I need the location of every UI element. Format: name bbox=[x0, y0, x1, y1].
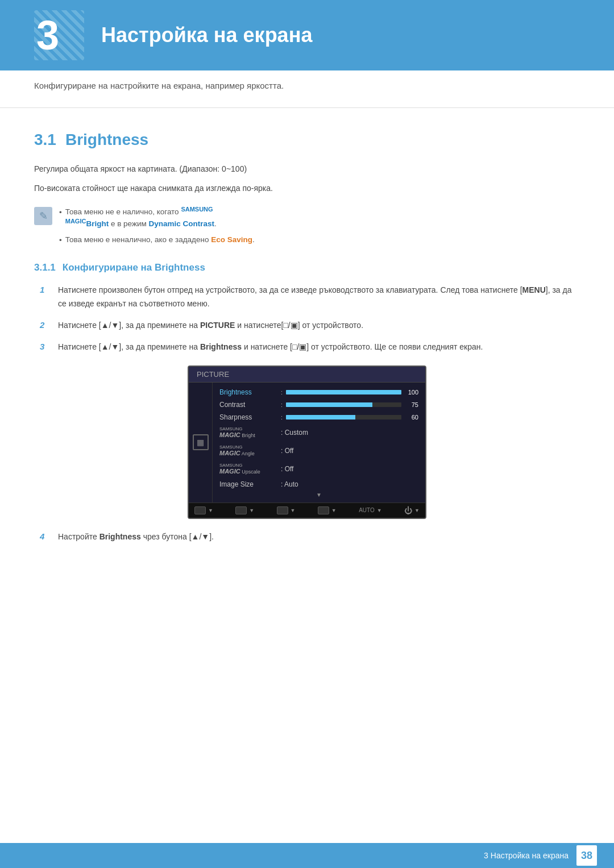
auto-label: AUTO bbox=[359, 507, 375, 513]
footer-btn-group-3: ▼ bbox=[277, 506, 296, 514]
step-3-text: Натиснете [▲/▼], за да преминете на Brig… bbox=[58, 340, 483, 354]
step-number-1: 1 bbox=[40, 285, 50, 294]
subsection-heading: 3.1.1 Конфигуриране на Brightness bbox=[34, 262, 580, 273]
sharpness-label: Sharpness bbox=[219, 413, 276, 421]
section-title: Brightness bbox=[65, 131, 148, 149]
step-2-text: Натиснете [▲/▼], за да преминете на PICT… bbox=[58, 319, 363, 333]
monitor-menu: Brightness : 100 Contrast : bbox=[213, 383, 425, 502]
image-size-label: Image Size bbox=[219, 480, 276, 488]
page-number-box: 38 bbox=[576, 845, 597, 866]
menu-item-magic-angle: SAMSUNGMAGIC Angle : Off bbox=[213, 442, 425, 460]
brightness-bar-value: 100 bbox=[405, 389, 418, 396]
magic-angle-label: SAMSUNGMAGIC Angle bbox=[219, 444, 276, 458]
note-item-1: Това меню не е налично, когато SAMSUNGMA… bbox=[59, 206, 255, 230]
chapter-number: 3 bbox=[36, 15, 82, 56]
eco-label: Eco Saving bbox=[211, 235, 252, 244]
steps-list: 1 Натиснете произволен бутон отпред на у… bbox=[40, 284, 580, 354]
body-text-2: По-високата стойност ще накара снимката … bbox=[34, 182, 580, 196]
menu-item-image-size: Image Size : Auto bbox=[213, 478, 425, 491]
note-icon bbox=[34, 207, 52, 225]
sharpness-bar-fill bbox=[286, 415, 355, 420]
footer-btn-3 bbox=[277, 506, 288, 514]
step-3: 3 Натиснете [▲/▼], за да преминете на Br… bbox=[40, 340, 580, 354]
page-footer: 3 Настройка на екрана 38 bbox=[0, 843, 614, 868]
footer-auto-group: AUTO ▼ bbox=[359, 507, 382, 513]
contrast-bar-container: : 75 bbox=[281, 401, 418, 408]
step-4-text: Настройте Brightness чрез бутона [▲/▼]. bbox=[58, 530, 214, 544]
note-item-2: Това меню е неналично, ако е зададено Ec… bbox=[59, 234, 255, 247]
chapter-number-box: 3 bbox=[34, 10, 84, 60]
footer-btn-group-2: ▼ bbox=[235, 506, 254, 514]
chapter-title: Настройка на екрана bbox=[101, 23, 312, 47]
step-2: 2 Натиснете [▲/▼], за да преминете на PI… bbox=[40, 319, 580, 333]
step-number-4: 4 bbox=[40, 531, 50, 541]
brightness-bar-bg bbox=[286, 390, 401, 394]
body-text-1: Регулира общата яркост на картината. (Ди… bbox=[34, 163, 580, 176]
footer-btn-1 bbox=[194, 506, 206, 514]
magic-angle-value: : Off bbox=[281, 447, 418, 455]
step-4: 4 Настройте Brightness чрез бутона [▲/▼]… bbox=[40, 530, 580, 544]
brightness-label: Brightness bbox=[219, 388, 276, 396]
menu-item-magic-upscale: SAMSUNGMAGIC Upscale : Off bbox=[213, 460, 425, 478]
magic-bright-label: SAMSUNGMAGIC Bright bbox=[219, 426, 276, 439]
menu-item-magic-bright: SAMSUNGMAGIC Bright : Custom bbox=[213, 423, 425, 442]
monitor-screenshot: PICTURE Brightness : 100 bbox=[188, 366, 426, 519]
menu-item-contrast: Contrast : 75 bbox=[213, 398, 425, 411]
section-number: 3.1 bbox=[34, 131, 56, 149]
note1-text: Това меню не е налично, когато SAMSUNGMA… bbox=[65, 206, 217, 230]
monitor-sidebar bbox=[189, 383, 213, 502]
magic-upscale-value: : Off bbox=[281, 465, 418, 473]
contrast-bar-value: 75 bbox=[405, 401, 418, 408]
section-heading: 3.1 Brightness bbox=[34, 131, 580, 149]
chapter-subtitle: Конфигуриране на настройките на екрана, … bbox=[0, 70, 614, 108]
magic-upscale-label: SAMSUNGMAGIC Upscale bbox=[219, 462, 276, 476]
note-content: Това меню не е налично, когато SAMSUNGMA… bbox=[59, 206, 255, 247]
sharpness-bar-value: 60 bbox=[405, 414, 418, 421]
brightness-bar-fill bbox=[286, 390, 401, 394]
note-box: Това меню не е налично, когато SAMSUNGMA… bbox=[34, 206, 580, 247]
sharpness-bar-bg bbox=[286, 415, 401, 420]
brightness-bar-container: : 100 bbox=[281, 389, 418, 396]
footer-btn-2 bbox=[235, 506, 247, 514]
subsection-title: Конфигуриране на Brightness bbox=[63, 262, 205, 273]
page-number: 38 bbox=[581, 850, 592, 862]
menu-item-brightness: Brightness : 100 bbox=[213, 386, 425, 398]
step-number-3: 3 bbox=[40, 342, 50, 351]
image-size-value: : Auto bbox=[281, 480, 418, 488]
contrast-bar-fill bbox=[286, 402, 372, 407]
step-1: 1 Натиснете произволен бутон отпред на у… bbox=[40, 284, 580, 311]
footer-btn-4 bbox=[318, 506, 329, 514]
scroll-indicator: ▼ bbox=[213, 491, 425, 499]
footer-btn-group-1: ▼ bbox=[194, 506, 213, 514]
main-content: 3.1 Brightness Регулира общата яркост на… bbox=[0, 108, 614, 589]
footer-text: 3 Настройка на екрана bbox=[484, 851, 569, 860]
step-4-container: 4 Настройте Brightness чрез бутона [▲/▼]… bbox=[40, 530, 580, 544]
footer-power-group: ⏻ ▼ bbox=[404, 506, 420, 515]
step-number-2: 2 bbox=[40, 320, 50, 330]
contrast-label: Contrast bbox=[219, 401, 276, 409]
bright-label: Bright bbox=[86, 219, 109, 228]
subtitle-text: Конфигуриране на настройките на екрана, … bbox=[34, 81, 284, 90]
monitor-sidebar-icon bbox=[193, 434, 209, 450]
monitor-footer: ▼ ▼ ▼ ▼ AUTO ▼ ⏻ ▼ bbox=[189, 502, 425, 518]
note2-text: Това меню е неналично, ако е зададено Ec… bbox=[65, 234, 255, 246]
magic-bright-value: : Custom bbox=[281, 429, 418, 437]
footer-btn-group-4: ▼ bbox=[318, 506, 337, 514]
monitor-header: PICTURE bbox=[189, 367, 425, 383]
sharpness-bar-container: : 60 bbox=[281, 414, 418, 421]
monitor-body: Brightness : 100 Contrast : bbox=[189, 383, 425, 502]
menu-item-sharpness: Sharpness : 60 bbox=[213, 411, 425, 423]
subsection-number: 3.1.1 bbox=[34, 262, 56, 273]
chapter-header: 3 Настройка на екрана bbox=[0, 0, 614, 70]
contrast-bar-bg bbox=[286, 402, 401, 407]
step-1-text: Натиснете произволен бутон отпред на уст… bbox=[58, 284, 580, 311]
